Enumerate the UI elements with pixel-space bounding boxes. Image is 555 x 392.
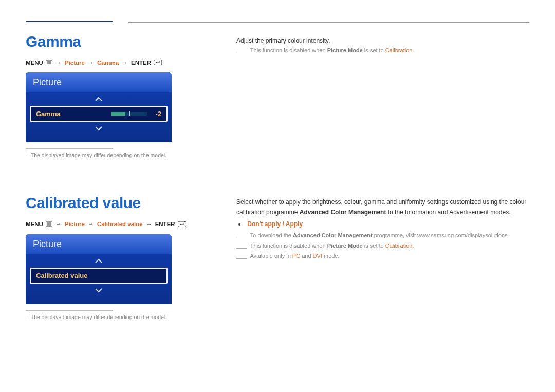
osd-row-label: Gamma	[36, 110, 61, 118]
note-text: .	[412, 242, 414, 249]
option-dont-apply: Don't apply	[247, 220, 281, 228]
osd-header: Picture	[26, 234, 172, 254]
breadcrumb: MENU → Picture → Gamma → ENTER	[26, 60, 200, 66]
image-caption: –The displayed image may differ dependin…	[26, 314, 200, 320]
osd-up-arrow[interactable]	[26, 254, 172, 268]
menu-icon	[46, 60, 52, 66]
note-text: is set to	[363, 47, 385, 53]
note-text: and	[300, 253, 312, 259]
note-text: This function is disabled when	[250, 47, 327, 53]
note-orange: Calibration	[385, 47, 413, 53]
note-bold: Advanced Color Management	[293, 232, 373, 238]
breadcrumb-menu: MENU	[26, 221, 43, 227]
note-line: This function is disabled when Picture M…	[236, 46, 529, 56]
enter-icon	[154, 60, 162, 66]
header-accent	[26, 21, 113, 22]
breadcrumb-menu: MENU	[26, 60, 43, 66]
note-text: To download the	[250, 232, 293, 238]
section-title: Gamma	[26, 33, 200, 50]
arrow-right-icon: →	[120, 60, 130, 66]
breadcrumb-item: Calibrated value	[97, 221, 143, 227]
note-text: programme, visit www.samsung.com/display…	[373, 232, 509, 238]
bullet-icon	[238, 223, 240, 226]
breadcrumb-picture: Picture	[65, 60, 85, 66]
arrow-right-icon: →	[86, 221, 96, 227]
note-orange: PC	[292, 253, 300, 259]
note-line: To download the Advanced Color Managemen…	[236, 231, 529, 241]
arrow-right-icon: →	[144, 221, 154, 227]
section-gamma: Gamma MENU → Picture → Gamma → ENTER Pic…	[26, 33, 529, 158]
osd-row-value: -2	[155, 110, 161, 118]
caption-text: The displayed image may differ depending…	[31, 314, 166, 320]
note-bold: Picture Mode	[327, 47, 363, 53]
note-line: This function is disabled when Picture M…	[236, 241, 529, 251]
breadcrumb: MENU → Picture → Calibrated value → ENTE…	[26, 221, 200, 228]
note-text: mode.	[322, 253, 340, 259]
breadcrumb-picture: Picture	[65, 221, 85, 227]
note-orange: Calibration	[385, 242, 413, 249]
arrow-right-icon: →	[54, 221, 63, 227]
option-sep: /	[281, 220, 286, 228]
note-text: .	[412, 47, 414, 53]
breadcrumb-enter: ENTER	[155, 221, 175, 227]
arrow-right-icon: →	[54, 60, 63, 66]
option-apply: Apply	[286, 220, 303, 228]
caption-rule	[26, 310, 113, 311]
header-rule	[128, 22, 529, 23]
caption-text: The displayed image may differ depending…	[31, 152, 166, 158]
osd-panel: Picture Gamma -2	[26, 72, 172, 142]
slider-center-tick	[129, 111, 130, 116]
section-calibrated-value: Calibrated value MENU → Picture → Calibr…	[26, 194, 529, 320]
note-orange: DVI	[313, 253, 322, 259]
osd-header: Picture	[26, 72, 172, 92]
desc-bold: Advanced Color Management	[300, 209, 386, 216]
options-line: Don't apply / Apply	[236, 220, 529, 228]
description-text: Select whether to apply the brightness, …	[236, 197, 529, 217]
desc-text: to the Information and Advertisement mod…	[386, 209, 510, 216]
osd-down-arrow[interactable]	[26, 122, 172, 135]
caption-rule	[26, 148, 113, 149]
breadcrumb-enter: ENTER	[131, 60, 151, 66]
note-text: Available only in	[250, 253, 292, 259]
description-text: Adjust the primary colour intensity.	[236, 36, 529, 46]
osd-row-label: Calibrated value	[36, 272, 87, 279]
image-caption: –The displayed image may differ dependin…	[26, 152, 200, 158]
osd-down-arrow[interactable]	[26, 284, 172, 297]
note-bold: Picture Mode	[327, 242, 363, 249]
osd-panel: Picture Calibrated value	[26, 234, 172, 304]
enter-icon	[178, 221, 186, 228]
note-text: is set to	[363, 242, 385, 249]
note-text: This function is disabled when	[250, 242, 327, 249]
breadcrumb-item: Gamma	[97, 60, 119, 66]
slider-fill	[111, 112, 125, 116]
osd-row-gamma[interactable]: Gamma -2	[30, 106, 168, 122]
osd-up-arrow[interactable]	[26, 92, 172, 106]
arrow-right-icon: →	[86, 60, 96, 66]
note-line: Available only in PC and DVI mode.	[236, 251, 529, 262]
section-title: Calibrated value	[26, 194, 200, 212]
slider[interactable]	[111, 112, 147, 116]
menu-icon	[46, 221, 52, 228]
osd-row-calibrated-value[interactable]: Calibrated value	[30, 268, 168, 284]
